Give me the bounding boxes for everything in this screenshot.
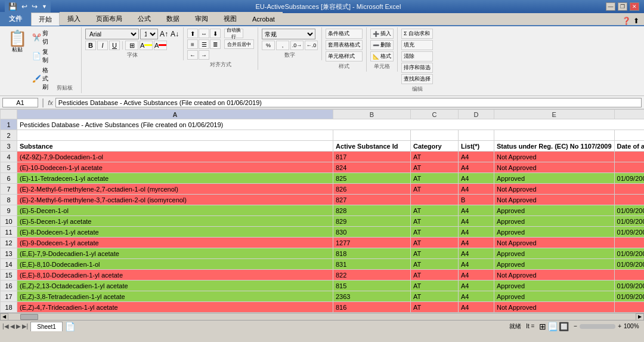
scroll-thumb[interactable] [20,314,38,320]
row-number-17[interactable]: 17 [1,291,17,302]
cell-2-6[interactable] [614,130,644,141]
cell-5-6[interactable] [614,162,644,173]
cell-9-3[interactable]: AT [411,205,459,216]
cell-8-1[interactable]: (E)-2-Methyl-6-methylene-3,7-octadien-2-… [17,195,333,205]
font-family-select[interactable]: Arial [85,29,139,39]
col-header-D[interactable]: D [459,110,494,119]
cell-10-2[interactable]: 829 [333,216,411,227]
cell-11-4[interactable]: A4 [459,227,494,238]
tab-home[interactable]: 开始 [31,13,60,26]
fill-button[interactable]: 填充 [401,40,433,50]
sort-filter-button[interactable]: 排序和筛选 [401,63,433,73]
cell-7-4[interactable]: A4 [459,184,494,195]
cell-15-2[interactable]: 822 [333,270,411,281]
cell-3-2[interactable]: Active Substance Id [333,141,411,152]
cell-14-2[interactable]: 831 [333,259,411,270]
cell-6-3[interactable]: AT [411,173,459,184]
col-header-B[interactable]: B [333,110,411,119]
align-right-button[interactable]: ≣ [210,39,221,49]
cell-1-1[interactable]: Pesticides Database - Active Substances … [17,119,645,130]
cell-15-5[interactable]: Not Approved [494,270,615,281]
cell-18-4[interactable]: A4 [459,302,494,313]
cell-2-5[interactable] [494,130,615,141]
ribbon-expand-icon[interactable]: ⬆ [633,17,639,25]
increase-font-icon[interactable]: A↑ [159,29,169,39]
cell-11-2[interactable]: 830 [333,227,411,238]
cell-11-5[interactable]: Approved [494,227,615,238]
conditional-format-button[interactable]: 条件格式 [326,29,363,39]
wrap-text-button[interactable]: 自动换行 [224,29,243,38]
cell-7-3[interactable]: AT [411,184,459,195]
format-cells-button[interactable]: 📐 格式 [370,51,394,61]
cell-17-4[interactable]: A4 [459,291,494,302]
cell-17-2[interactable]: 2363 [333,291,411,302]
row-number-16[interactable]: 16 [1,281,17,291]
font-color-button[interactable]: A [154,41,167,50]
cell-4-6[interactable] [614,152,644,162]
scroll-left-arrow[interactable]: ◀ [0,313,8,321]
cell-15-3[interactable]: AT [411,270,459,281]
cell-3-6[interactable]: Date of approv [614,141,644,152]
indent-more-button[interactable]: → [199,50,209,60]
cell-18-5[interactable]: Not Approved [494,302,615,313]
row-number-4[interactable]: 4 [1,152,17,162]
cell-14-3[interactable]: AT [411,259,459,270]
tab-review[interactable]: 审阅 [187,12,216,25]
comma-button[interactable]: , [276,41,289,50]
cell-6-6[interactable]: 01/09/2009 [614,173,644,184]
cell-6-1[interactable]: (E)-11-Tetradecen-1-yl acetate [17,173,333,184]
bold-button[interactable]: B [85,41,96,50]
scroll-right-arrow[interactable]: ▶ [636,313,644,321]
cell-16-2[interactable]: 815 [333,281,411,291]
row-number-11[interactable]: 11 [1,227,17,238]
format-painter-button[interactable]: 🖌️ 格式刷 [31,66,49,92]
cell-9-1[interactable]: (E)-5-Decen-1-ol [17,205,333,216]
cell-13-4[interactable]: A4 [459,248,494,259]
zoom-in-icon[interactable]: + [618,323,621,329]
col-header-row-num[interactable] [1,110,17,119]
decrease-decimal-button[interactable]: ←.0 [305,41,318,50]
cell-5-4[interactable]: A4 [459,162,494,173]
cell-10-3[interactable]: AT [411,216,459,227]
close-button[interactable]: ✕ [630,2,639,11]
tab-insert[interactable]: 插入 [60,12,88,25]
cell-14-4[interactable]: A4 [459,259,494,270]
delete-button[interactable]: ➖ 删除 [370,40,394,50]
cell-17-5[interactable]: Approved [494,291,615,302]
align-left-button[interactable]: ≡ [187,39,198,49]
cell-7-2[interactable]: 826 [333,184,411,195]
cell-7-5[interactable]: Not Approved [494,184,615,195]
cell-5-2[interactable]: 824 [333,162,411,173]
cell-13-5[interactable]: Approved [494,248,615,259]
save-icon[interactable]: 💾 [7,2,18,11]
cell-7-6[interactable] [614,184,644,195]
undo-icon[interactable]: ↩ [20,2,29,11]
cell-18-3[interactable]: AT [411,302,459,313]
decrease-font-icon[interactable]: A↓ [170,29,179,39]
align-middle-button[interactable]: ↔ [199,29,209,38]
cell-17-3[interactable]: AT [411,291,459,302]
cell-7-1[interactable]: (E)-2-Methyl-6-methylene-2,7-octadien-1-… [17,184,333,195]
cell-4-1[interactable]: (4Z-9Z)-7,9-Dodecadien-1-ol [17,152,333,162]
tab-view[interactable]: 视图 [216,12,244,25]
cell-6-5[interactable]: Approved [494,173,615,184]
add-sheet-icon[interactable]: 📄 [65,322,75,331]
cell-12-1[interactable]: (E)-9-Dodecen-1-yl acetate [17,238,333,248]
cell-2-4[interactable] [459,130,494,141]
number-format-select[interactable]: 常规 [262,29,315,39]
cell-13-6[interactable]: 01/09/2009 [614,248,644,259]
cell-style-button[interactable]: 单元格样式 [326,51,363,61]
cell-3-3[interactable]: Category [411,141,459,152]
redo-icon[interactable]: ↪ [30,2,39,11]
cell-8-4[interactable]: B [459,195,494,205]
row-number-12[interactable]: 12 [1,238,17,248]
cell-16-6[interactable]: 01/09/2009 [614,281,644,291]
cell-4-3[interactable]: AT [411,152,459,162]
cell-8-6[interactable] [614,195,644,205]
align-top-button[interactable]: ⬆ [187,29,198,38]
row-number-9[interactable]: 9 [1,205,17,216]
cell-11-1[interactable]: (E)-8-Dodecen-1-yl acetate [17,227,333,238]
zoom-out-icon[interactable]: − [574,323,577,329]
merge-center-button[interactable]: 合并后居中 [224,39,254,49]
fill-color-button[interactable]: A [140,41,153,50]
